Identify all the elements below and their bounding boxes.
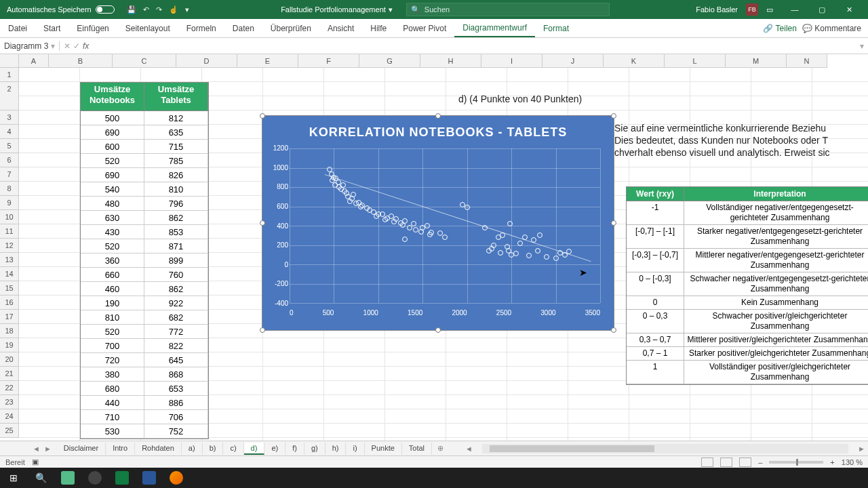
table-row[interactable]: 520871 <box>81 239 208 253</box>
cell[interactable]: 812 <box>144 111 208 125</box>
cell[interactable]: 752 <box>144 424 208 439</box>
share-button[interactable]: 🔗 Teilen <box>763 24 796 33</box>
column-header[interactable]: E <box>237 54 298 68</box>
row-header[interactable]: 7 <box>0 167 19 182</box>
select-all-corner[interactable] <box>0 54 19 68</box>
column-header[interactable]: B <box>49 54 113 68</box>
sheet-tab[interactable]: g) <box>304 443 326 455</box>
cell[interactable]: 660 <box>81 268 144 282</box>
table-row[interactable]: 690826 <box>81 168 208 182</box>
column-header[interactable]: C <box>113 54 176 68</box>
window-options-icon[interactable]: ▭ <box>766 5 773 14</box>
data-point[interactable] <box>465 205 470 210</box>
data-point[interactable] <box>418 229 424 235</box>
worksheet-area[interactable]: ABCDEFGHIJKLMN 1234567891011121314151617… <box>0 54 868 441</box>
cell[interactable]: 810 <box>144 182 208 197</box>
row-header[interactable]: 24 <box>0 409 19 424</box>
data-point[interactable] <box>537 232 542 238</box>
cell[interactable]: 630 <box>81 211 144 225</box>
save-icon[interactable]: 💾 <box>127 5 136 14</box>
cell[interactable]: 853 <box>144 225 208 239</box>
row-header[interactable]: 16 <box>0 296 19 310</box>
normal-view-button[interactable] <box>701 458 713 467</box>
ribbon-tab-seitenlayout[interactable]: Seitenlayout <box>117 19 178 37</box>
ribbon-tab-hilfe[interactable]: Hilfe <box>362 19 395 37</box>
search-taskbar-icon[interactable]: 🔍 <box>27 468 54 488</box>
comments-button[interactable]: 💬 Kommentare <box>802 24 861 33</box>
sheet-tab[interactable]: b) <box>203 443 224 455</box>
cell[interactable]: 690 <box>81 125 144 140</box>
zoom-in-button[interactable]: + <box>830 458 834 466</box>
table-row[interactable]: 680653 <box>81 382 208 396</box>
column-header[interactable]: K <box>604 54 665 68</box>
ribbon-tab-formeln[interactable]: Formeln <box>178 19 224 37</box>
table-row[interactable]: 430853 <box>81 225 208 239</box>
autosave-toggle[interactable]: Automatisches Speichern <box>0 5 121 14</box>
table-row[interactable]: 690635 <box>81 125 208 140</box>
data-point[interactable] <box>513 251 519 256</box>
data-point[interactable] <box>553 256 559 261</box>
data-point[interactable] <box>425 223 430 228</box>
cell[interactable]: 710 <box>81 410 144 424</box>
page-layout-button[interactable] <box>720 458 732 467</box>
firefox-taskbar-icon[interactable] <box>163 468 190 488</box>
data-point[interactable] <box>442 235 448 240</box>
hscroll-right-icon[interactable]: ► <box>855 445 868 453</box>
data-point[interactable] <box>411 221 416 226</box>
cell[interactable]: 822 <box>144 339 208 353</box>
macro-record-icon[interactable]: ▣ <box>32 458 39 466</box>
data-point[interactable] <box>374 214 379 219</box>
row-header[interactable]: 15 <box>0 281 19 296</box>
taskbar-app[interactable] <box>54 468 81 488</box>
data-point[interactable] <box>364 205 370 211</box>
data-point[interactable] <box>544 254 549 260</box>
touch-icon[interactable]: ☝ <box>169 5 178 14</box>
row-header[interactable]: 4 <box>0 125 19 139</box>
cell[interactable]: 653 <box>144 382 208 396</box>
ribbon-tab-ansicht[interactable]: Ansicht <box>319 19 362 37</box>
row-header[interactable]: 10 <box>0 210 19 224</box>
cell[interactable]: 500 <box>81 111 144 125</box>
sheet-tab[interactable]: Intro <box>106 443 135 455</box>
cancel-icon[interactable]: ✕ <box>64 41 71 51</box>
data-point[interactable] <box>347 199 353 204</box>
sheet-tab[interactable]: f) <box>285 443 304 455</box>
ribbon-tab-power pivot[interactable]: Power Pivot <box>395 19 454 37</box>
cell[interactable]: 360 <box>81 253 144 268</box>
cell[interactable]: 520 <box>81 239 144 253</box>
ribbon-tab-format[interactable]: Format <box>535 19 577 37</box>
data-point[interactable] <box>517 241 523 246</box>
sheet-tab[interactable]: c) <box>223 443 243 455</box>
data-point[interactable] <box>382 217 388 222</box>
data-point[interactable] <box>351 192 356 197</box>
cell[interactable]: 645 <box>144 353 208 367</box>
cell[interactable]: 862 <box>144 211 208 225</box>
qat-dropdown-icon[interactable]: ▾ <box>185 5 189 14</box>
table-row[interactable]: 720645 <box>81 353 208 367</box>
ribbon-tab-einfügen[interactable]: Einfügen <box>68 19 117 37</box>
column-header[interactable]: I <box>481 54 542 68</box>
cell[interactable]: 826 <box>144 168 208 182</box>
search-input[interactable]: 🔍 Suchen <box>406 3 610 16</box>
row-header[interactable]: 19 <box>0 338 19 352</box>
cell[interactable]: 600 <box>81 140 144 154</box>
cell[interactable]: 715 <box>144 140 208 154</box>
undo-icon[interactable]: ↶ <box>143 5 149 14</box>
plot-area[interactable]: 120010008006004002000-200-400 0500100015… <box>290 148 600 303</box>
data-point[interactable] <box>413 227 418 232</box>
zoom-level[interactable]: 130 % <box>842 458 863 466</box>
table-row[interactable]: 500812 <box>81 111 208 125</box>
table-row[interactable]: 520772 <box>81 325 208 339</box>
sheet-tab[interactable]: Punkte <box>365 443 402 455</box>
redo-icon[interactable]: ↷ <box>156 5 162 14</box>
start-button[interactable]: ⊞ <box>0 468 27 488</box>
ribbon-tab-diagrammentwurf[interactable]: Diagrammentwurf <box>454 19 535 37</box>
data-point[interactable] <box>400 222 406 228</box>
cell[interactable]: 682 <box>144 310 208 325</box>
cell[interactable]: 772 <box>144 325 208 339</box>
cell[interactable]: 922 <box>144 296 208 310</box>
cell[interactable]: 796 <box>144 197 208 211</box>
close-button[interactable]: ✕ <box>835 0 863 19</box>
column-header[interactable]: M <box>726 54 787 68</box>
cell[interactable]: 871 <box>144 239 208 253</box>
